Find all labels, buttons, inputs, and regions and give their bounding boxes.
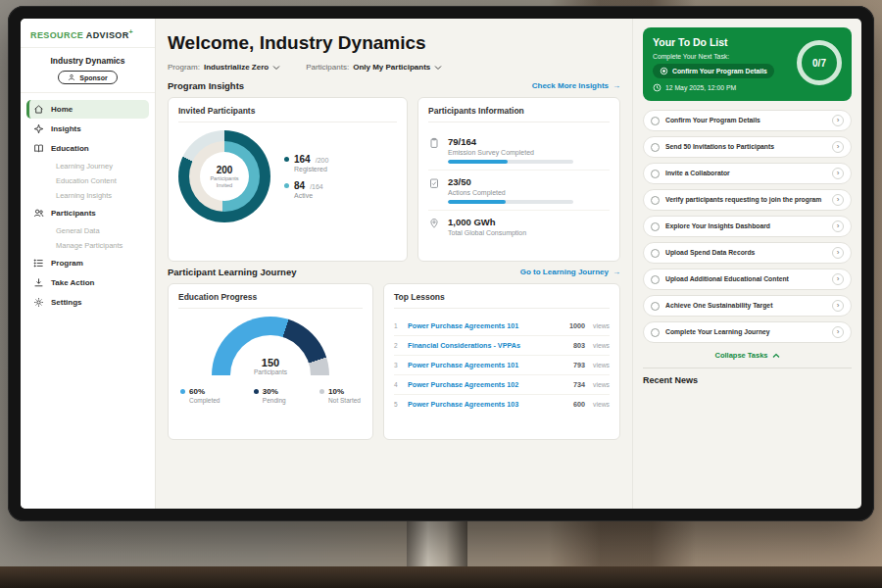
chevron-right-icon[interactable]: ›: [832, 326, 844, 338]
card-title: Invited Participants: [178, 106, 397, 122]
sidebar-item-education-content[interactable]: Education Content: [26, 173, 149, 188]
checkbox-icon[interactable]: [651, 143, 660, 152]
sidebar-item-education[interactable]: Education: [26, 139, 149, 158]
task-label: Invite a Collaborator: [665, 170, 826, 178]
task-confirm-program[interactable]: Confirm Your Program Details ›: [643, 110, 852, 131]
checkbox-icon[interactable]: [651, 275, 660, 284]
lesson-rank: 2: [394, 342, 402, 349]
sidebar-item-home[interactable]: Home: [26, 100, 149, 119]
legend-dot: [284, 157, 289, 162]
lesson-link[interactable]: Power Purchase Agreements 102: [408, 380, 567, 389]
main-content: Welcome, Industry Dynamics Program: Indu…: [156, 19, 632, 509]
legend-not-started: 10% Not Started: [319, 387, 361, 404]
task-verify-participants[interactable]: Verify participants requesting to join t…: [643, 189, 852, 211]
card-title: Top Lessons: [394, 292, 610, 309]
org-name: Industry Dynamics: [21, 56, 155, 66]
chevron-right-icon[interactable]: ›: [832, 220, 844, 232]
chevron-right-icon[interactable]: ›: [832, 273, 844, 285]
stat-label: Emission Survey Completed: [448, 149, 573, 156]
sponsor-badge[interactable]: Sponsor: [58, 71, 117, 84]
chevron-right-icon[interactable]: ›: [832, 300, 844, 312]
checkbox-icon[interactable]: [651, 196, 660, 205]
nav-label: Education: [51, 144, 89, 153]
nav-label: Program: [51, 259, 83, 268]
legend-total: /200: [316, 157, 329, 164]
sidebar-item-take-action[interactable]: Take Action: [26, 273, 149, 292]
collapse-tasks-button[interactable]: Collapse Tasks: [643, 351, 852, 360]
sidebar-item-manage-participants[interactable]: Manage Participants: [26, 238, 149, 253]
nav-label: Participants: [51, 209, 96, 218]
legend-label: Registered: [294, 166, 328, 172]
gauge-value: 150: [212, 357, 329, 368]
legend-label: Not Started: [328, 397, 361, 404]
legend-active: 84 /164 Active: [284, 180, 328, 199]
app-logo: RESOURCE ADVISOR+: [21, 19, 155, 48]
checkbox-icon[interactable]: [651, 222, 660, 231]
sidebar-item-learning-insights[interactable]: Learning Insights: [26, 188, 149, 203]
chevron-right-icon[interactable]: ›: [832, 115, 844, 126]
task-label: Complete Your Learning Journey: [665, 328, 826, 337]
lesson-rank: 3: [394, 362, 402, 368]
task-achieve-sustainability-target[interactable]: Achieve One Sustainability Target ›: [643, 295, 852, 317]
participants-dropdown[interactable]: Participants: Only My Participants: [306, 63, 442, 72]
sidebar-item-program[interactable]: Program: [26, 254, 149, 272]
program-dropdown[interactable]: Program: Industrialize Zero: [168, 63, 280, 72]
legend-completed: 60% Completed: [180, 387, 220, 404]
logo-resource: RESOURCE: [30, 30, 83, 40]
sidebar-item-insights[interactable]: Insights: [26, 120, 149, 138]
sidebar-item-participants[interactable]: Participants: [26, 204, 149, 222]
task-upload-educational-content[interactable]: Upload Additional Educational Content ›: [643, 269, 852, 290]
lesson-link[interactable]: Power Purchase Agreements 101: [408, 321, 564, 330]
lesson-link[interactable]: Power Purchase Agreements 103: [408, 400, 567, 409]
sidebar-item-general-data[interactable]: General Data: [26, 223, 149, 238]
go-to-learning-journey-link[interactable]: Go to Learning Journey →: [520, 268, 620, 276]
next-task-pill[interactable]: Confirm Your Program Details: [653, 64, 774, 78]
lesson-views: 793: [573, 361, 585, 369]
arrow-right-icon: →: [612, 268, 620, 276]
lesson-views-suffix: views: [593, 401, 610, 408]
sidebar-item-settings[interactable]: Settings: [26, 293, 149, 312]
lesson-link[interactable]: Power Purchase Agreements 101: [408, 361, 567, 369]
task-explore-insights[interactable]: Explore Your Insights Dashboard ›: [643, 216, 852, 237]
task-complete-learning-journey[interactable]: Complete Your Learning Journey ›: [643, 321, 852, 343]
stat-label: Actions Completed: [448, 189, 573, 196]
chevron-up-icon: [772, 353, 780, 359]
learning-journey-header: Participant Learning Journey Go to Learn…: [168, 267, 620, 277]
lesson-views: 600: [573, 400, 585, 409]
target-icon: [660, 67, 668, 75]
home-icon: [33, 104, 44, 115]
task-invite-collaborator[interactable]: Invite a Collaborator ›: [643, 163, 852, 184]
task-send-invitations[interactable]: Send 50 Invitations to Participants ›: [643, 136, 852, 158]
donut-center-label: Participants Invited: [205, 175, 244, 188]
person-icon: [68, 74, 75, 81]
progress-bar: [448, 200, 573, 204]
lesson-views-suffix: views: [593, 322, 610, 329]
task-label: Confirm Your Program Details: [665, 117, 826, 125]
sidebar-item-learning-journey[interactable]: Learning Journey: [26, 159, 149, 173]
checkbox-icon[interactable]: [651, 328, 660, 337]
check-more-insights-link[interactable]: Check More Insights →: [532, 81, 620, 90]
nav-label: Settings: [51, 298, 82, 307]
checkbox-icon[interactable]: [651, 117, 660, 125]
chevron-right-icon[interactable]: ›: [832, 194, 844, 206]
task-upload-spend-data[interactable]: Upload Spend Data Records ›: [643, 242, 852, 264]
donut-center: 200 Participants Invited: [200, 152, 249, 201]
gear-icon: [33, 297, 44, 308]
checkbox-icon[interactable]: [651, 302, 660, 311]
legend-total: /164: [310, 183, 323, 190]
lesson-link[interactable]: Financial Considerations - VPPAs: [408, 341, 567, 350]
stat-value: 79/164: [448, 136, 573, 147]
todo-panel: Your To Do List Complete Your Next Task:…: [632, 19, 861, 509]
task-label: Upload Additional Educational Content: [665, 275, 826, 284]
chevron-right-icon[interactable]: ›: [832, 141, 844, 153]
participants-label: Participants:: [306, 63, 349, 72]
nav-label: Take Action: [51, 278, 94, 287]
legend-dot: [254, 389, 259, 394]
checkbox-icon[interactable]: [651, 170, 660, 178]
chevron-right-icon[interactable]: ›: [832, 247, 844, 259]
chevron-right-icon[interactable]: ›: [832, 168, 844, 179]
stat-actions: 23/50 Actions Completed: [428, 171, 610, 211]
book-icon: [33, 143, 44, 154]
legend-dot: [284, 183, 289, 188]
checkbox-icon[interactable]: [651, 249, 660, 258]
